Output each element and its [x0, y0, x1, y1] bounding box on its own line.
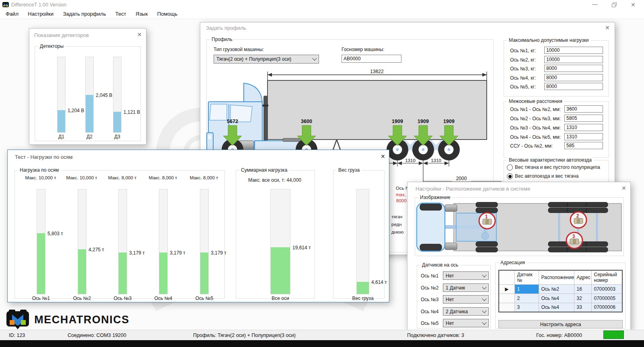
svg-text:1909: 1909 — [392, 119, 403, 124]
spacing-3-4-input[interactable]: 1310 — [564, 124, 603, 131]
status-connection: Соединено: COM3 19200 — [68, 333, 126, 338]
axle4-max-label: Макс. 8,000 т — [149, 175, 177, 180]
brand-logo-icon — [6, 310, 29, 330]
svg-text:3: 3 — [572, 234, 575, 239]
axle2-sensors-combobox[interactable]: 1 Датчик — [443, 283, 489, 292]
truck-type-combobox[interactable]: Тягач(2 оси) + Полуприцеп(3 оси) — [214, 55, 319, 64]
status-indicator — [603, 331, 624, 339]
sensors-window-title: Настройки - Расположение датчиков в сист… — [416, 186, 530, 192]
restore-button[interactable] — [612, 2, 617, 8]
spacing-2-3-input[interactable]: 5805 — [564, 115, 603, 122]
chevron-down-icon — [482, 273, 486, 277]
table-row[interactable]: 2 Ось №4 32 07000005 — [499, 294, 622, 303]
max-load-axle3-input[interactable]: 8000 — [544, 65, 603, 72]
menu-language[interactable]: Язык — [132, 10, 152, 18]
menu-file[interactable]: Файл — [2, 10, 23, 18]
svg-text:3600: 3600 — [301, 119, 312, 124]
svg-text:2: 2 — [576, 213, 579, 219]
chevron-down-icon — [482, 296, 486, 301]
menu-test[interactable]: Тест — [111, 10, 130, 18]
detector-gauge-3: 1,121 ВД3 — [113, 57, 121, 133]
max-load-axle5-input[interactable]: 8000 — [544, 83, 603, 90]
svg-text:1: 1 — [485, 214, 488, 220]
brand-logo: MECHATRONICS — [6, 310, 130, 330]
detectors-window-title: Показания детекторов — [34, 32, 89, 38]
svg-text:1310: 1310 — [431, 158, 441, 163]
configure-addresses-button[interactable]: Настроить адреса — [498, 320, 623, 329]
axle5-sensors-combobox[interactable]: Нет — [443, 319, 489, 327]
status-sensors-count: Подключено датчиков: 3 — [407, 333, 464, 338]
window-test-loads: Тест - Нагрузки по осям ✕ Нагрузка по ос… — [7, 150, 389, 302]
chevron-down-icon — [482, 308, 486, 313]
truck-type-label: Тип грузовой машины: — [214, 47, 264, 52]
sensor-3-icon: 3 — [566, 232, 582, 248]
radio-tractor-empty-trailer[interactable] — [507, 164, 513, 170]
menu-set-profile[interactable]: Задать прорфиль — [59, 10, 110, 18]
chevron-down-icon — [482, 285, 486, 289]
axle3-sensors-combobox[interactable]: Нет — [443, 295, 489, 304]
radio-train-and-tractor[interactable] — [507, 173, 513, 179]
sensor-1-icon: 1 — [479, 213, 495, 229]
main-menubar: Файл Настройки Задать прорфиль Тест Язык… — [0, 10, 644, 19]
total-load-gauge: 19,614 тВсе оси — [270, 189, 290, 294]
axle5-gauge: 3,179 тОсь №5 — [200, 189, 209, 294]
trailer-box — [267, 80, 487, 140]
total-max-label: Макс. все оси, т: 44,000 — [248, 177, 301, 183]
close-icon-detectors[interactable]: ✕ — [137, 32, 142, 37]
addressing-table: Датчик № Расположение Адрес Серийный ном… — [498, 270, 623, 312]
spacing-1-2-input[interactable]: 3600 — [564, 105, 603, 113]
rear-spacing-dims — [389, 163, 502, 181]
plate-input[interactable]: AB0000 — [342, 55, 401, 63]
table-row[interactable]: ▶ 1 Ось №2 16 07000003 — [499, 284, 622, 294]
status-id: ID: 123 — [9, 333, 25, 338]
svg-text:1909: 1909 — [443, 119, 455, 124]
chevron-down-icon — [312, 56, 317, 60]
cargo-weight-gauge: 4,614 тВес груза — [356, 189, 369, 294]
axle1-sensors-combobox[interactable]: Нет — [443, 271, 489, 280]
brand-logo-text: MECHATRONICS — [34, 313, 130, 326]
axle3-max-label: Макс. 8,000 т — [108, 175, 137, 180]
row-marker-icon: ▶ — [499, 284, 514, 294]
axle2-gauge: 4,275 тОсь №2 — [78, 189, 86, 294]
max-load-axle1-input[interactable]: 10000 — [544, 47, 603, 54]
svg-text:1909: 1909 — [418, 119, 429, 124]
menu-settings[interactable]: Настройки — [24, 10, 58, 18]
axle1-gauge: 5,803 тОсь №1 — [37, 189, 45, 294]
app-title: DifferenceT 1.00 Version — [11, 2, 66, 8]
close-icon-profile[interactable]: ✕ — [605, 25, 610, 31]
max-load-axle4-input[interactable]: 8000 — [544, 74, 603, 81]
detector-gauge-2: 2,045 ВД2 — [85, 57, 94, 133]
close-button-main[interactable]: ✕ — [631, 2, 636, 8]
axle1-max-label: Макс. 10,000 т — [25, 175, 56, 180]
close-icon-sensors[interactable]: ✕ — [621, 185, 626, 191]
menu-help[interactable]: Помощь — [153, 10, 181, 18]
plate-label: Госномер машины: — [342, 47, 384, 52]
table-row[interactable]: 3 Ось №4 33 07000006 — [499, 303, 622, 312]
status-profile: Профиль: Тягач(2 оси) + Полуприцеп(3 оси… — [193, 333, 296, 338]
axle5-max-label: Макс. 8,000 т — [190, 175, 218, 180]
sensor-2-icon: 2 — [570, 212, 586, 228]
test-window-title: Тест - Нагрузки по осям — [15, 154, 73, 160]
main-titlebar: DifferenceT 1.00 Version — ✕ — [0, 0, 644, 10]
chevron-down-icon — [482, 320, 486, 324]
svg-text:1310: 1310 — [405, 158, 416, 163]
axle4-sensors-combobox[interactable]: 2 Датчика — [443, 307, 489, 316]
total-length-value: 13622 — [370, 69, 384, 74]
close-icon-test[interactable]: ✕ — [381, 154, 385, 159]
axle3-gauge: 3,179 тОсь №3 — [118, 189, 127, 294]
set-profile-window-title: Задать профиль — [206, 25, 246, 31]
detector-gauge-1: 1,204 ВД1 — [57, 57, 66, 133]
axle2-max-label: Макс. 10,000 т — [66, 175, 97, 180]
spacing-4-5-input[interactable]: 1310 — [564, 133, 603, 140]
taskbar-strip — [0, 340, 644, 347]
kingpin — [481, 232, 489, 240]
truck-top-view: 1 2 3 — [416, 201, 622, 253]
max-load-axle2-input[interactable]: 10000 — [544, 56, 603, 63]
axle4-gauge: 3,179 тОсь №4 — [159, 189, 168, 294]
status-plate: Гос. номер: AB0000 — [536, 333, 582, 338]
svg-text:5672: 5672 — [227, 119, 238, 124]
spacing-ssu-2-input[interactable]: 585 — [564, 142, 603, 149]
app-logo-icon — [2, 2, 9, 8]
svg-text:2000: 2000 — [456, 176, 467, 181]
minimize-button[interactable]: — — [592, 1, 598, 7]
